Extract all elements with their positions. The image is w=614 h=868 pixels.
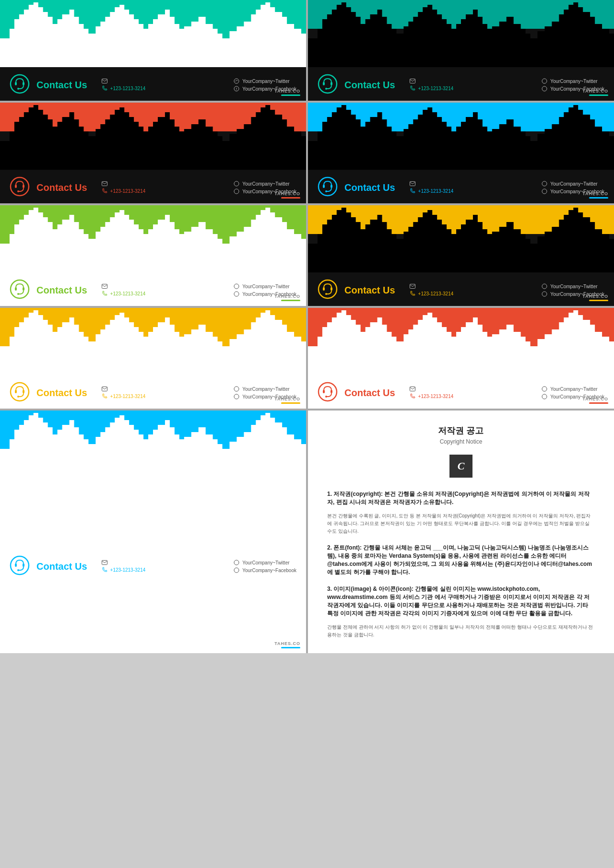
svg-point-53 [17, 396, 19, 398]
card-3: Contact Us +123-1213-3214 YourCompany~Tw… [0, 103, 306, 203]
svg-point-16 [542, 86, 547, 91]
phone-row-3: +123-1213-3214 [102, 188, 224, 194]
contact-title-4: Contact Us [344, 182, 395, 193]
svg-rect-52 [23, 390, 24, 393]
svg-rect-12 [331, 82, 332, 85]
email-row-8 [410, 387, 532, 391]
svg-point-15 [542, 79, 547, 83]
copyright-section1-text: 본건 간행물에 수록된 글, 이미지, 도안 등 본 저작물의 저작권(Copy… [327, 512, 595, 535]
contact-icon-3 [10, 176, 30, 199]
copyright-subtitle: Copyright Notice [327, 438, 595, 445]
contact-info-4: +123-1213-3214 [410, 181, 532, 194]
twitter-row-3: YourCompany~Twitter [234, 181, 296, 187]
svg-point-23 [234, 181, 239, 186]
brand-tag-9: TAHES.CO [274, 641, 300, 648]
card-9: Contact Us +123-1213-3214 YourCompany~Tw… [0, 411, 306, 653]
svg-point-55 [234, 387, 239, 391]
copyright-logo-box: C [449, 455, 472, 478]
brand-bar-3 [281, 197, 300, 199]
card-3-banner [0, 103, 306, 170]
svg-rect-19 [15, 185, 17, 188]
svg-text:f: f [236, 87, 237, 91]
svg-point-47 [542, 284, 547, 289]
phone-row-1: +123-1213-3214 [102, 85, 224, 91]
contact-icon-9 [10, 555, 30, 577]
svg-rect-27 [323, 185, 325, 188]
contact-icon-1 [10, 74, 30, 96]
svg-point-29 [325, 190, 327, 192]
card-1-footer: Contact Us +123-1213-3214 YourCompany~Tw… [0, 67, 306, 101]
contact-info-2: +123-1213-3214 [410, 79, 532, 91]
phone-row-2: +123-1213-3214 [410, 85, 532, 91]
twitter-row-1: YourCompany~Twitter [234, 78, 296, 84]
card-10-copyright: 저작권 공고 Copyright Notice C 1. 저작권(copyrig… [308, 411, 614, 653]
contact-info-1: +123-1213-3214 [102, 79, 224, 91]
svg-point-69 [17, 569, 19, 571]
svg-point-39 [234, 284, 239, 289]
twitter-row-7: YourCompany~Twitter [234, 386, 296, 392]
svg-point-71 [234, 560, 239, 565]
phone-row-8: +123-1213-3214 [410, 393, 532, 399]
svg-rect-44 [331, 287, 332, 291]
copyright-logo-section: C [327, 455, 595, 478]
brand-bar-1 [281, 94, 300, 96]
facebook-row-9: YourCompany~Facebook [234, 567, 296, 573]
svg-point-66 [11, 556, 29, 575]
copyright-section3-title: 3. 이미지(image) & 아이콘(icon): 간행물에 실린 이미지는 … [327, 585, 595, 618]
svg-point-10 [319, 75, 337, 93]
contact-title-2: Contact Us [344, 80, 395, 91]
svg-rect-20 [23, 185, 24, 188]
twitter-row-6: YourCompany~Twitter [542, 283, 604, 289]
svg-point-64 [542, 394, 547, 399]
contact-info-3: +123-1213-3214 [102, 181, 224, 194]
svg-point-58 [319, 383, 337, 401]
svg-rect-3 [23, 82, 24, 85]
card-7-banner [0, 308, 306, 375]
brand-tag-6: TAHES.CO [582, 294, 608, 301]
phone-row-7: +123-1213-3214 [102, 393, 224, 399]
svg-point-34 [11, 280, 29, 298]
contact-title-6: Contact Us [344, 285, 395, 296]
contact-icon-8 [318, 382, 338, 404]
email-row-1 [102, 79, 224, 83]
card-2-footer: Contact Us +123-1213-3214 YourCompany~Tw… [308, 67, 614, 101]
phone-row-9: +123-1213-3214 [102, 567, 224, 573]
contact-title-8: Contact Us [344, 387, 395, 399]
svg-point-56 [234, 394, 239, 399]
brand-tag-2: TAHES.CO [582, 89, 608, 96]
card-8: Contact Us +123-1213-3214 YourCompany~Tw… [308, 308, 614, 409]
contact-icon-2 [318, 74, 338, 96]
svg-rect-35 [15, 287, 17, 291]
copyright-content: 저작권 공고 Copyright Notice C 1. 저작권(copyrig… [308, 411, 614, 653]
brand-bar-7 [281, 402, 300, 404]
contact-title-7: Contact Us [36, 387, 87, 399]
svg-rect-11 [323, 82, 325, 85]
svg-point-37 [17, 293, 19, 295]
svg-rect-2 [15, 82, 17, 85]
brand-tag-8: TAHES.CO [582, 397, 608, 404]
contact-icon-6 [318, 279, 338, 301]
svg-point-32 [542, 189, 547, 194]
svg-rect-36 [23, 287, 24, 291]
twitter-row-4: YourCompany~Twitter [542, 181, 604, 187]
brand-bar-4 [589, 197, 608, 199]
svg-point-45 [325, 293, 327, 295]
svg-rect-59 [323, 390, 325, 393]
svg-point-31 [542, 181, 547, 186]
card-5-banner [0, 205, 306, 272]
svg-point-48 [542, 292, 547, 296]
card-6-banner [308, 205, 614, 272]
svg-point-26 [319, 177, 337, 196]
brand-bar-6 [589, 300, 608, 301]
brand-tag-7: TAHES.CO [274, 397, 300, 404]
card-3-footer: Contact Us +123-1213-3214 YourCompany~Tw… [0, 170, 306, 203]
email-row-2 [410, 79, 532, 83]
email-row-7 [102, 387, 224, 391]
svg-rect-68 [23, 563, 24, 567]
svg-rect-51 [15, 390, 17, 393]
svg-point-42 [319, 280, 337, 298]
card-2-banner [308, 0, 614, 67]
svg-point-24 [234, 189, 239, 194]
card-9-footer: Contact Us +123-1213-3214 YourCompany~Tw… [0, 478, 306, 653]
card-9-banner [0, 411, 306, 478]
